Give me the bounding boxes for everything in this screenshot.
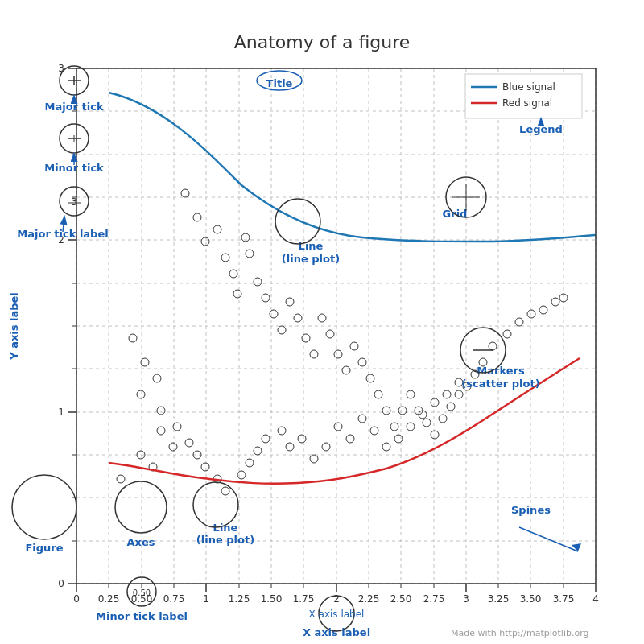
x-tick-275: 2.75 xyxy=(423,593,445,605)
x-tick-1: 1 xyxy=(203,593,209,605)
x-tick-075: 0.75 xyxy=(163,593,185,605)
legend-red-label: Red signal xyxy=(502,97,552,109)
minor-tick-label-val: 0.50 xyxy=(133,588,151,597)
x-tick-225: 2.25 xyxy=(358,593,380,605)
line-annotation-upper2: (line plot) xyxy=(282,253,340,265)
figure-text: Figure xyxy=(25,542,63,554)
markers-annotation2: (scatter plot) xyxy=(461,378,539,390)
line-annotation-upper: Line xyxy=(299,240,324,252)
markers-annotation: Markers xyxy=(477,365,525,377)
x-tick-350: 3.50 xyxy=(520,593,542,605)
axes-text: Axes xyxy=(126,536,155,548)
x-tick-375: 3.75 xyxy=(553,593,575,605)
x-tick-325: 3.25 xyxy=(488,593,510,605)
made-with-text: Made with http://matplotlib.org xyxy=(451,628,589,638)
y-axis-label: Y axis label xyxy=(8,292,20,361)
spines-text: Spines xyxy=(511,504,551,516)
x-axis-label-inner: X axis label xyxy=(309,609,365,620)
title-annotation: Title xyxy=(266,77,293,89)
line-annotation-lower2: (line plot) xyxy=(196,534,254,546)
x-tick-150: 1.50 xyxy=(261,593,283,605)
x-tick-025: 0.25 xyxy=(98,593,120,605)
x-tick-250: 2.50 xyxy=(390,593,412,605)
legend-blue-label: Blue signal xyxy=(502,81,555,93)
x-tick-3: 3 xyxy=(463,593,469,605)
x-tick-4: 4 xyxy=(592,593,599,605)
legend-annotation: Legend xyxy=(519,123,563,135)
minor-tick-label-text: Minor tick label xyxy=(96,610,188,622)
x-axis-label: X axis label xyxy=(303,626,370,638)
x-tick-175: 1.75 xyxy=(293,593,315,605)
x-tick-2: 2 xyxy=(333,593,340,605)
figure-container: Anatomy of a figure .grid-minor { stroke… xyxy=(0,0,644,644)
x-tick-125: 1.25 xyxy=(229,593,250,605)
major-tick-label-num: 3 xyxy=(71,196,77,208)
y-tick-3: 3 xyxy=(58,63,64,74)
x-tick-0: 0 xyxy=(73,593,80,605)
y-tick-0: 0 xyxy=(58,578,64,589)
y-tick-1: 1 xyxy=(58,407,64,418)
chart-title: Anatomy of a figure xyxy=(234,32,411,52)
